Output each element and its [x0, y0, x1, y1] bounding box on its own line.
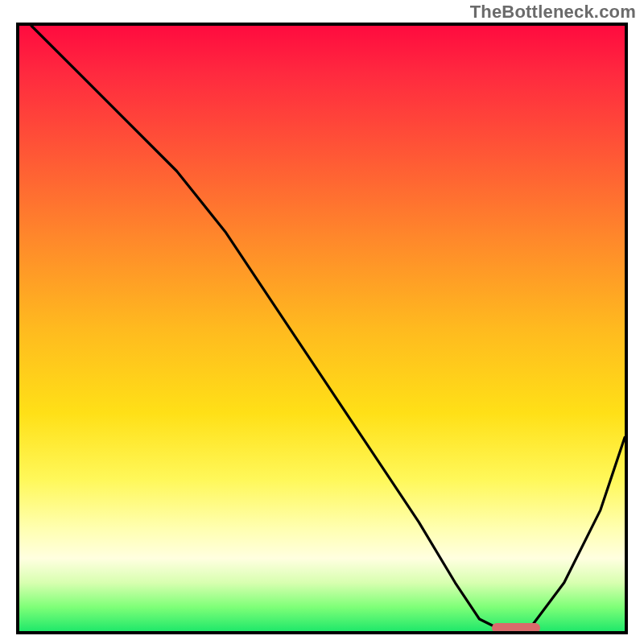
optimal-range-marker: [492, 623, 540, 633]
chart-canvas: TheBottleneck.com: [0, 0, 644, 644]
bottleneck-curve: [19, 26, 625, 631]
watermark-text: TheBottleneck.com: [470, 2, 636, 23]
plot-area: [16, 23, 628, 634]
